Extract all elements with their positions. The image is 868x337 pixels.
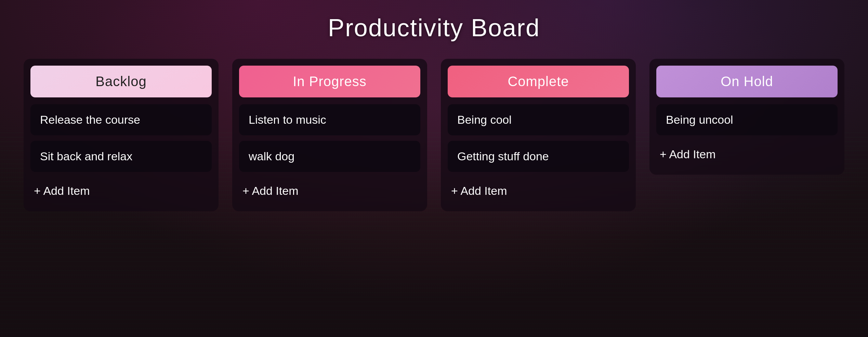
add-item-button-onhold[interactable]: + Add Item bbox=[656, 141, 838, 168]
add-item-button-inprogress[interactable]: + Add Item bbox=[239, 177, 420, 204]
card-card-4[interactable]: walk dog bbox=[239, 141, 420, 172]
column-header-label-onhold: On Hold bbox=[721, 74, 773, 89]
card-text-card-2: Sit back and relax bbox=[40, 150, 132, 163]
column-header-label-complete: Complete bbox=[508, 74, 569, 89]
column-header-complete: Complete bbox=[448, 66, 629, 97]
column-header-onhold: On Hold bbox=[656, 66, 838, 97]
column-complete: CompleteBeing coolGetting stuff done+ Ad… bbox=[441, 59, 636, 211]
card-card-7[interactable]: Being uncool bbox=[656, 104, 838, 135]
card-card-5[interactable]: Being cool bbox=[448, 104, 629, 135]
card-text-card-6: Getting stuff done bbox=[457, 150, 549, 163]
card-card-3[interactable]: Listen to music bbox=[239, 104, 420, 135]
column-header-label-inprogress: In Progress bbox=[293, 74, 367, 89]
column-header-label-backlog: Backlog bbox=[95, 74, 146, 89]
card-text-card-4: walk dog bbox=[249, 150, 294, 163]
column-header-inprogress: In Progress bbox=[239, 66, 420, 97]
column-backlog: BacklogRelease the courseSit back and re… bbox=[24, 59, 219, 211]
column-header-backlog: Backlog bbox=[30, 66, 212, 97]
card-text-card-7: Being uncool bbox=[666, 113, 733, 126]
add-item-button-backlog[interactable]: + Add Item bbox=[30, 177, 212, 204]
board: BacklogRelease the courseSit back and re… bbox=[24, 59, 844, 211]
card-text-card-5: Being cool bbox=[457, 113, 512, 126]
card-card-2[interactable]: Sit back and relax bbox=[30, 141, 212, 172]
card-text-card-3: Listen to music bbox=[249, 113, 326, 126]
card-card-1[interactable]: Release the course bbox=[30, 104, 212, 135]
column-inprogress: In ProgressListen to musicwalk dog+ Add … bbox=[232, 59, 427, 211]
column-onhold: On HoldBeing uncool+ Add Item bbox=[649, 59, 844, 175]
page-title: Productivity Board bbox=[328, 14, 540, 42]
page-content: Productivity Board BacklogRelease the co… bbox=[0, 0, 868, 337]
card-card-6[interactable]: Getting stuff done bbox=[448, 141, 629, 172]
add-item-button-complete[interactable]: + Add Item bbox=[448, 177, 629, 204]
card-text-card-1: Release the course bbox=[40, 113, 140, 126]
